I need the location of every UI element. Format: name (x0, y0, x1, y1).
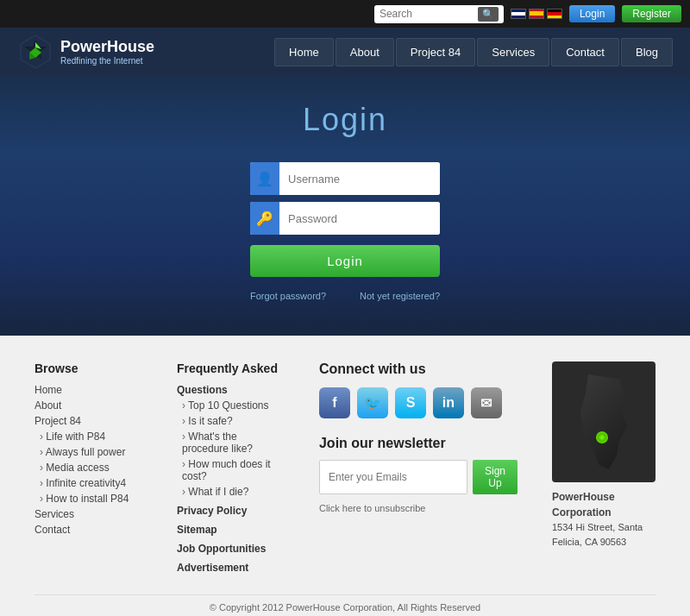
footer-browse-col: Browse Home About Project 84 Life with P… (34, 361, 142, 577)
nav-home[interactable]: Home (274, 38, 334, 66)
email-icon[interactable]: ✉ (471, 387, 502, 418)
search-button[interactable]: 🔍 (478, 7, 499, 22)
sub-creativity[interactable]: Infinite creativity4 (40, 477, 142, 489)
advertisement-link[interactable]: Advertisement (177, 562, 285, 574)
brand-tagline: Redfining the Internet (60, 56, 154, 66)
nav-contact[interactable]: Contact (551, 38, 619, 66)
footer-link-home[interactable]: Home (34, 384, 142, 396)
faq-list: Top 10 Questions Is it safe? What's the … (182, 399, 285, 498)
logo-icon (17, 34, 53, 70)
faq-item-4[interactable]: How much does it cost? (182, 458, 285, 482)
faq-item-3[interactable]: What's the procedure like? (182, 431, 285, 455)
faq-title: Frequently Asked (177, 361, 285, 375)
lock-icon: 🔑 (250, 202, 279, 235)
map-shape (578, 374, 630, 469)
sub-install[interactable]: How to install P84 (40, 493, 142, 505)
username-wrap: 👤 (250, 162, 440, 195)
newsletter-title: Join our newsletter (319, 436, 518, 451)
flag-es[interactable] (529, 9, 544, 19)
sub-power[interactable]: Always full power (40, 446, 142, 458)
top-bar: 🔍 Login Register (0, 0, 690, 28)
login-form: 👤 🔑 Login Forgot password? Not yet regis… (250, 162, 440, 301)
footer-link-about[interactable]: About (34, 399, 142, 412)
footer-connect-col: Connect with us f 🐦 S in ✉ Join our news… (319, 361, 518, 577)
footer-bottom: © Copyright 2012 PowerHouse Corporation,… (34, 594, 656, 613)
forgot-password-link[interactable]: Forgot password? (250, 291, 326, 301)
footer: Browse Home About Project 84 Life with P… (0, 336, 690, 616)
sitemap-link[interactable]: Sitemap (177, 524, 285, 536)
not-registered-link[interactable]: Not yet registered? (360, 291, 440, 301)
password-wrap: 🔑 (250, 202, 440, 235)
nav-blog[interactable]: Blog (621, 38, 673, 66)
browse-title: Browse (34, 361, 142, 375)
map-dot (596, 431, 608, 443)
flag-uk[interactable] (511, 9, 526, 19)
facebook-icon[interactable]: f (319, 387, 350, 418)
nav-about[interactable]: About (336, 38, 394, 66)
unsubscribe-link[interactable]: Click here to unsubscribe (319, 503, 426, 513)
login-title: Login (303, 102, 387, 138)
privacy-link[interactable]: Privacy Policy (177, 505, 285, 517)
search-input[interactable] (380, 8, 474, 20)
password-input[interactable] (279, 202, 440, 235)
copyright-text: © Copyright 2012 PowerHouse Corporation,… (210, 602, 480, 613)
logo-wrap: PowerHouse Redfining the Internet (17, 34, 274, 70)
footer-link-project84[interactable]: Project 84 (34, 415, 142, 427)
project84-sublist: Life with P84 Always full power Media ac… (40, 431, 142, 505)
twitter-icon[interactable]: 🐦 (357, 387, 388, 418)
login-submit-button[interactable]: Login (250, 245, 440, 277)
header: PowerHouse Redfining the Internet Home A… (0, 28, 690, 76)
map-visual (552, 361, 656, 482)
sub-life[interactable]: Life with P84 (40, 431, 142, 443)
signup-button[interactable]: Sign Up (473, 460, 518, 494)
username-input[interactable] (279, 162, 440, 195)
brand-name: PowerHouse (60, 38, 154, 56)
questions-label: Questions (177, 384, 285, 396)
connect-title: Connect with us (319, 361, 518, 377)
footer-link-services[interactable]: Services (34, 508, 142, 520)
company-info: PowerHouse Corporation 1534 Hi Street, S… (552, 489, 656, 549)
skype-icon[interactable]: S (395, 387, 426, 418)
topbar-register-button[interactable]: Register (622, 5, 681, 22)
footer-faq-col: Frequently Asked Questions Top 10 Questi… (177, 361, 285, 577)
sub-media[interactable]: Media access (40, 462, 142, 474)
newsletter-row: Sign Up (319, 460, 518, 494)
search-wrap[interactable]: 🔍 (374, 5, 504, 23)
jobs-link[interactable]: Job Opportunities (177, 543, 285, 555)
flag-de[interactable] (547, 9, 562, 19)
company-name: PowerHouse Corporation (552, 491, 615, 519)
footer-top: Browse Home About Project 84 Life with P… (34, 361, 656, 577)
nav-project84[interactable]: Project 84 (396, 38, 476, 66)
main-nav: Home About Project 84 Services Contact B… (274, 38, 673, 66)
logo-text: PowerHouse Redfining the Internet (60, 38, 154, 66)
language-flags (511, 9, 562, 19)
topbar-login-button[interactable]: Login (569, 5, 615, 22)
newsletter-input[interactable] (319, 460, 467, 494)
faq-item-1[interactable]: Top 10 Questions (182, 399, 285, 412)
social-icons: f 🐦 S in ✉ (319, 387, 518, 418)
form-links: Forgot password? Not yet registered? (250, 291, 440, 301)
user-icon: 👤 (250, 162, 279, 195)
faq-item-5[interactable]: What if I die? (182, 486, 285, 498)
hero-section: Login 👤 🔑 Login Forgot password? Not yet… (0, 76, 690, 336)
linkedin-icon[interactable]: in (433, 387, 464, 418)
footer-link-contact[interactable]: Contact (34, 524, 142, 536)
browse-list: Home About Project 84 Life with P84 Alwa… (34, 384, 142, 536)
faq-item-2[interactable]: Is it safe? (182, 415, 285, 427)
footer-map-col: PowerHouse Corporation 1534 Hi Street, S… (552, 361, 656, 577)
nav-services[interactable]: Services (477, 38, 549, 66)
company-address: 1534 Hi Street, Santa Felicia, CA 90563 (552, 522, 643, 547)
